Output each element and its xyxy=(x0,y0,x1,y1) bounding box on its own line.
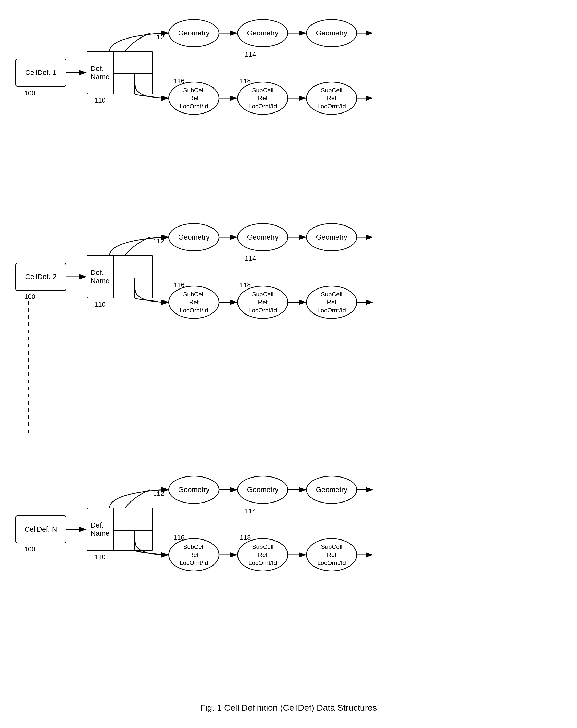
label-116-d2: 116 xyxy=(174,281,184,289)
subcell-1-d2-label: SubCellRefLocOrnt/Id xyxy=(180,290,208,314)
label-110-d1: 110 xyxy=(95,97,105,104)
celldef-1-box: CellDef. 1 xyxy=(15,59,66,87)
geom-1-dn: Geometry xyxy=(168,476,219,504)
geom-3-dn-label: Geometry xyxy=(316,486,347,494)
subcell-2-dn-label: SubCellRefLocOrnt/Id xyxy=(248,543,277,567)
subcell-3-d2: SubCellRefLocOrnt/Id xyxy=(306,286,357,319)
geom-3-d2-label: Geometry xyxy=(316,233,347,241)
diagram-container: CellDef. 1 100 Def.Name 110 Geometry Geo… xyxy=(0,0,577,728)
geom-3-d2: Geometry xyxy=(306,223,357,251)
label-118-dn: 118 xyxy=(240,534,251,542)
subcell-1-dn: SubCellRefLocOrnt/Id xyxy=(168,538,219,571)
defname-2-box: Def.Name xyxy=(87,255,153,298)
geom-1-dn-label: Geometry xyxy=(178,486,210,494)
subcell-2-d1-label: SubCellRefLocOrnt/Id xyxy=(248,86,277,110)
subcell-3-d1-label: SubCellRefLocOrnt/Id xyxy=(317,86,346,110)
label-114-d2: 114 xyxy=(245,255,256,262)
label-116-dn: 116 xyxy=(174,534,184,542)
geom-2-dn-label: Geometry xyxy=(247,486,279,494)
geom-3-d1: Geometry xyxy=(306,19,357,47)
subcell-3-dn: SubCellRefLocOrnt/Id xyxy=(306,538,357,571)
celldef-2-box: CellDef. 2 xyxy=(15,263,66,291)
label-110-dn: 110 xyxy=(95,553,105,561)
subcell-2-d1: SubCellRefLocOrnt/Id xyxy=(237,82,288,115)
subcell-1-d1-label: SubCellRefLocOrnt/Id xyxy=(180,86,208,110)
geom-1-d1-label: Geometry xyxy=(178,29,210,37)
celldef-n-box: CellDef. N xyxy=(15,515,66,543)
label-100-dn: 100 xyxy=(24,545,35,553)
geom-1-d1: Geometry xyxy=(168,19,219,47)
geom-2-dn: Geometry xyxy=(237,476,288,504)
subcell-3-d2-label: SubCellRefLocOrnt/Id xyxy=(317,290,346,314)
label-116-d1: 116 xyxy=(174,77,184,85)
subcell-1-d2: SubCellRefLocOrnt/Id xyxy=(168,286,219,319)
label-118-d1: 118 xyxy=(240,77,251,85)
subcell-2-d2: SubCellRefLocOrnt/Id xyxy=(237,286,288,319)
label-114-d1: 114 xyxy=(245,51,256,58)
label-114-dn: 114 xyxy=(245,507,256,515)
geom-2-d1: Geometry xyxy=(237,19,288,47)
subcell-1-d1: SubCellRefLocOrnt/Id xyxy=(168,82,219,115)
geom-2-d2: Geometry xyxy=(237,223,288,251)
defname-2-slots xyxy=(113,256,152,298)
celldef-n-label: CellDef. N xyxy=(25,525,57,534)
defname-1-box: Def.Name xyxy=(87,51,153,95)
defname-2-text: Def.Name xyxy=(87,256,113,298)
defname-n-slots xyxy=(113,509,152,550)
label-100-d1: 100 xyxy=(24,89,35,97)
fig-caption: Fig. 1 Cell Definition (CellDef) Data St… xyxy=(0,703,577,713)
geom-1-d2: Geometry xyxy=(168,223,219,251)
defname-n-text: Def.Name xyxy=(87,509,113,550)
label-112-d1: 112 xyxy=(153,33,164,41)
arrows-svg xyxy=(0,0,577,728)
subcell-2-dn: SubCellRefLocOrnt/Id xyxy=(237,538,288,571)
subcell-1-dn-label: SubCellRefLocOrnt/Id xyxy=(180,543,208,567)
defname-n-box: Def.Name xyxy=(87,508,153,551)
subcell-2-d2-label: SubCellRefLocOrnt/Id xyxy=(248,290,277,314)
defname-1-text: Def.Name xyxy=(87,52,113,94)
dotted-line-d2 xyxy=(28,301,29,434)
celldef-2-label: CellDef. 2 xyxy=(25,273,57,281)
subcell-3-dn-label: SubCellRefLocOrnt/Id xyxy=(317,543,346,567)
label-118-d2: 118 xyxy=(240,281,251,289)
geom-2-d2-label: Geometry xyxy=(247,233,279,241)
geom-3-dn: Geometry xyxy=(306,476,357,504)
label-112-dn: 112 xyxy=(153,490,164,498)
label-112-d2: 112 xyxy=(153,237,164,245)
label-110-d2: 110 xyxy=(95,301,105,308)
celldef-1-label: CellDef. 1 xyxy=(25,69,57,77)
geom-3-d1-label: Geometry xyxy=(316,29,347,37)
geom-2-d1-label: Geometry xyxy=(247,29,279,37)
label-100-d2: 100 xyxy=(24,293,35,301)
subcell-3-d1: SubCellRefLocOrnt/Id xyxy=(306,82,357,115)
defname-1-slots xyxy=(113,52,152,94)
geom-1-d2-label: Geometry xyxy=(178,233,210,241)
